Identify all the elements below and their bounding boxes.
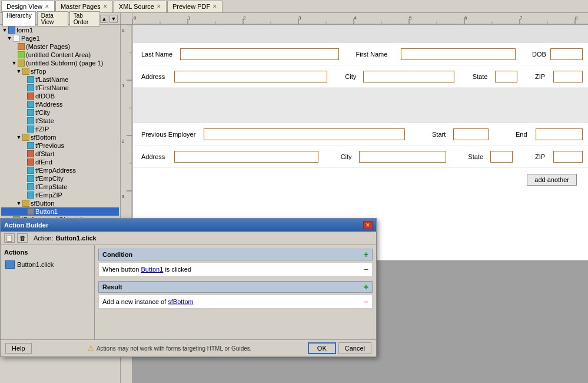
tab-design-view[interactable]: Design View ✕	[1, 1, 55, 12]
tree-item-sfbottom[interactable]: ▼ sfBottom	[1, 133, 119, 141]
zip-input-1[interactable]	[553, 71, 583, 82]
zip-input-2[interactable]	[553, 151, 583, 163]
tab-preview-pdf-close[interactable]: ✕	[212, 4, 217, 9]
toolbar-icon-btn-1[interactable]: 📋	[4, 233, 15, 243]
tree-item-button1[interactable]: Button1	[1, 207, 119, 216]
tree-item-dfstart[interactable]: dfStart	[1, 150, 119, 158]
end-input[interactable]	[536, 128, 583, 140]
tree-item-tfprevious[interactable]: tfPrevious	[1, 141, 119, 150]
tree-item-sftop[interactable]: ▼ sfTop	[1, 67, 119, 75]
condition-content: When button Button1 is clicked −	[98, 262, 373, 276]
tree-label-tfempcity: tfEmpCity	[35, 175, 64, 182]
tfempzip-icon	[27, 192, 34, 199]
state-input-1[interactable]	[495, 71, 517, 82]
address-input-2[interactable]	[174, 151, 318, 163]
result-content: Add a new instance of sfBottom −	[98, 295, 373, 309]
sidebar-tab-dataview[interactable]: Data View	[37, 11, 68, 27]
condition-remove-btn[interactable]: −	[364, 265, 368, 273]
tree-item-tfcity[interactable]: tfCity	[1, 108, 119, 117]
footer-note: Actions may not work with forms targetin…	[97, 345, 252, 352]
start-label: Start	[432, 131, 450, 138]
tree-item-page1[interactable]: ▼ Page1	[1, 34, 119, 42]
tab-xml-source[interactable]: XML Source ✕	[114, 1, 167, 12]
tree-label-dfend: dfEnd	[35, 159, 52, 166]
tfempaddress-icon	[27, 167, 34, 174]
tree-item-tfstate[interactable]: tfState	[1, 117, 119, 125]
tree-item-contentarea[interactable]: (untitled Content Area)	[1, 51, 119, 59]
result-text: Add a new instance of	[102, 298, 168, 305]
svg-text:5: 5	[409, 15, 412, 21]
tree-item-tfzip[interactable]: tfZIP	[1, 125, 119, 133]
condition-link[interactable]: Button1	[141, 266, 163, 273]
svg-text:1: 1	[122, 83, 125, 88]
toolbar-icon-btn-2[interactable]: 🗑	[17, 233, 28, 243]
footer-warning: ⚠ Actions may not work with forms target…	[88, 344, 252, 352]
dialog-close-btn[interactable]: ✕	[363, 221, 373, 229]
tree-item-tfempstate[interactable]: tfEmpState	[1, 183, 119, 191]
tree-item-tffirstname[interactable]: tfFirstName	[1, 84, 119, 92]
svg-text:8: 8	[575, 15, 578, 21]
tree-item-sfbutton[interactable]: ▼ sfButton	[1, 199, 119, 207]
svg-text:0: 0	[122, 28, 125, 33]
state-input-2[interactable]	[490, 151, 513, 163]
ok-button[interactable]: OK	[308, 342, 336, 354]
last-name-label: Last Name	[141, 51, 177, 58]
result-add-btn[interactable]: +	[364, 283, 368, 291]
tree-item-masterpages[interactable]: (Master Pages)	[1, 42, 119, 51]
dob-input[interactable]	[550, 48, 583, 60]
first-name-input[interactable]	[401, 48, 516, 60]
condition-text2: is clicked	[163, 266, 191, 273]
tree-item-tflastname[interactable]: tfLastName	[1, 75, 119, 84]
address-input-1[interactable]	[174, 71, 327, 82]
last-name-input[interactable]	[180, 48, 339, 60]
sfbottom-icon	[22, 134, 29, 141]
tab-xml-source-label: XML Source	[119, 3, 154, 10]
condition-add-btn[interactable]: +	[364, 250, 368, 259]
tree-item-subform[interactable]: ▼ (untitled Subform) (page 1)	[1, 59, 119, 67]
tree-item-tfempzip[interactable]: tfEmpZIP	[1, 191, 119, 199]
tab-master-pages-close[interactable]: ✕	[103, 4, 108, 9]
tab-design-view-close[interactable]: ✕	[45, 4, 49, 9]
tree-item-tfempcity[interactable]: tfEmpCity	[1, 174, 119, 183]
subform-icon	[18, 60, 25, 67]
master-icon	[18, 43, 25, 50]
cancel-button[interactable]: Cancel	[338, 342, 371, 354]
tree-label-tfzip: tfZIP	[35, 126, 49, 133]
tree-label-tfempzip: tfEmpZIP	[35, 192, 62, 199]
tab-design-view-label: Design View	[6, 3, 42, 10]
arrow-up-btn[interactable]: ▲	[100, 15, 108, 23]
city-input-2[interactable]	[359, 151, 446, 163]
tab-preview-pdf[interactable]: Preview PDF ✕	[167, 1, 222, 12]
tree-item-tfempaddress[interactable]: tfEmpAddress	[1, 166, 119, 174]
action-item-label: Button1.click	[17, 261, 54, 268]
prev-employer-input[interactable]	[204, 128, 405, 140]
tree-item-dfdob[interactable]: dfDOB	[1, 92, 119, 100]
start-input[interactable]	[453, 128, 489, 140]
address-label-1: Address	[141, 73, 171, 80]
tree-item-tfaddress[interactable]: tfAddress	[1, 100, 119, 108]
footer-btns: OK Cancel	[308, 342, 371, 354]
arrow-down-btn[interactable]: ▼	[109, 15, 118, 23]
state-label-1: State	[473, 73, 491, 80]
svg-text:4: 4	[354, 15, 357, 21]
action-item-button1click[interactable]: Button1.click	[3, 259, 92, 270]
add-another-button[interactable]: add another	[527, 174, 577, 186]
action-label-text: Action:	[34, 235, 54, 242]
result-link[interactable]: sfBottom	[168, 298, 193, 305]
tree-item-form1[interactable]: ▼ form1	[1, 26, 119, 34]
result-header: Result +	[98, 281, 373, 293]
tfempcity-icon	[27, 175, 34, 182]
svg-text:7: 7	[520, 15, 523, 21]
sidebar-tab-taborder[interactable]: Tab Order	[69, 11, 100, 27]
tree-item-dfend[interactable]: dfEnd	[1, 158, 119, 166]
result-remove-btn[interactable]: −	[364, 298, 368, 306]
city-input-1[interactable]	[363, 71, 454, 82]
help-button[interactable]: Help	[5, 343, 32, 354]
tab-xml-source-close[interactable]: ✕	[157, 4, 161, 9]
end-label: End	[516, 131, 532, 138]
sidebar-tabs: Hierarchy Data View Tab Order	[2, 11, 100, 27]
tab-master-pages[interactable]: Master Pages ✕	[55, 1, 113, 12]
sidebar-tab-hierarchy[interactable]: Hierarchy	[2, 11, 36, 27]
tree-label-sftop: sfTop	[31, 68, 46, 75]
button1-icon	[27, 208, 34, 215]
